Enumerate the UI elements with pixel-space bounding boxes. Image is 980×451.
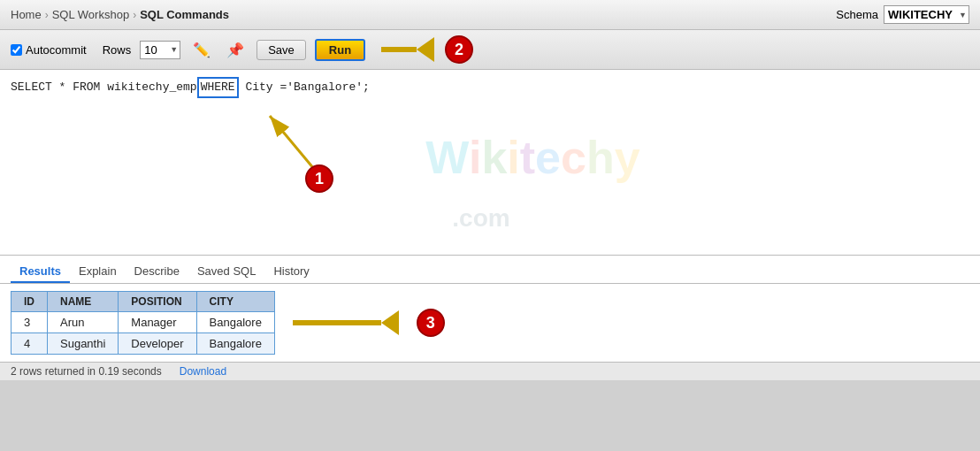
arrow-shaft-2 (381, 47, 417, 52)
status-message: 2 rows returned in 0.19 seconds (11, 365, 162, 378)
badge-2: 2 (445, 35, 473, 64)
col-name: NAME (48, 292, 119, 312)
sql-condition: City ='Bangalore'; (239, 80, 370, 94)
badge-1-circle: 1 (305, 164, 333, 193)
arrow-head-2 (417, 37, 434, 62)
status-bar: 2 rows returned in 0.19 seconds Download (0, 362, 980, 380)
badge-2-circle: 2 (445, 35, 473, 64)
results-arrow-indicator: 3 (293, 309, 445, 337)
results-tabs: Results Explain Describe Saved SQL Histo… (0, 256, 980, 284)
tab-saved-sql[interactable]: Saved SQL (188, 261, 265, 283)
pin-icon-button[interactable]: 📌 (223, 40, 248, 60)
schema-select-wrapper[interactable]: WIKITECHY (884, 5, 969, 24)
cell-id-2: 4 (11, 333, 48, 355)
results-arrow-head (381, 310, 399, 335)
badge-3-circle: 3 (417, 309, 445, 337)
cell-name-2: Suganthi (48, 333, 119, 355)
breadcrumb-sep1: › (45, 9, 49, 21)
col-city: CITY (196, 292, 274, 312)
sql-code[interactable]: SELECT * FROM wikitechy_emp WHERE City =… (11, 77, 969, 98)
toolbar-wrapper: Autocommit Rows 10 25 50 100 ✏️ 📌 Save R… (0, 30, 980, 70)
tab-history[interactable]: History (264, 261, 318, 283)
col-id: ID (11, 292, 48, 312)
breadcrumb: Home › SQL Workshop › SQL Commands (11, 8, 229, 21)
svg-line-1 (270, 116, 314, 169)
cell-id-1: 3 (11, 312, 48, 333)
breadcrumb-sep2: › (133, 9, 136, 21)
autocommit-label[interactable]: Autocommit (11, 43, 87, 57)
rows-select-wrapper[interactable]: 10 25 50 100 (140, 41, 180, 59)
autocommit-checkbox[interactable] (11, 44, 22, 56)
run-arrow-indicator: 2 (381, 35, 473, 64)
results-arrow-shaft (293, 320, 381, 325)
cell-city-1: Bangalore (196, 312, 274, 333)
editor-area[interactable]: Wikitechy .com SELECT * FROM wikitechy_e… (0, 70, 980, 256)
sql-table: wikitechy_emp (107, 80, 196, 94)
tab-describe[interactable]: Describe (126, 261, 188, 283)
breadcrumb-bar: Home › SQL Workshop › SQL Commands Schem… (0, 0, 980, 30)
table-header-row: ID NAME POSITION CITY (11, 292, 275, 312)
results-content: ID NAME POSITION CITY 3 Arun Manager Ban… (0, 284, 980, 362)
badge-3: 3 (417, 309, 445, 337)
cell-city-2: Bangalore (196, 333, 274, 355)
rows-label: Rows (103, 43, 132, 57)
autocommit-text: Autocommit (26, 43, 87, 57)
edit-icon-button[interactable]: ✏️ (189, 40, 214, 60)
editor-annotation: 1 (261, 107, 332, 180)
breadcrumb-sql-workshop[interactable]: SQL Workshop (52, 8, 129, 21)
cell-name-1: Arun (48, 312, 119, 333)
sql-where-box: WHERE (197, 77, 239, 98)
col-position: POSITION (119, 292, 196, 312)
toolbar: Autocommit Rows 10 25 50 100 ✏️ 📌 Save R… (0, 30, 980, 70)
run-button[interactable]: Run (315, 39, 365, 61)
tab-results[interactable]: Results (11, 261, 70, 283)
schema-area: Schema WIKITECHY (836, 5, 969, 24)
breadcrumb-home[interactable]: Home (11, 8, 42, 21)
download-link[interactable]: Download (180, 365, 226, 378)
save-button[interactable]: Save (256, 40, 306, 60)
table-row: 4 Suganthi Developer Bangalore (11, 333, 275, 355)
badge-1: 1 (305, 164, 333, 193)
cell-position-1: Manager (119, 312, 196, 333)
rows-select[interactable]: 10 25 50 100 (140, 41, 180, 59)
watermark: Wikitechy .com (425, 131, 639, 237)
results-area: Results Explain Describe Saved SQL Histo… (0, 256, 980, 362)
schema-label: Schema (836, 8, 878, 21)
table-row: 3 Arun Manager Bangalore (11, 312, 275, 333)
breadcrumb-sql-commands: SQL Commands (140, 8, 229, 21)
sql-select: SELECT * FROM (11, 80, 107, 94)
tab-explain[interactable]: Explain (70, 261, 126, 283)
schema-select[interactable]: WIKITECHY (884, 5, 969, 24)
result-table: ID NAME POSITION CITY 3 Arun Manager Ban… (11, 291, 275, 355)
cell-position-2: Developer (119, 333, 196, 355)
